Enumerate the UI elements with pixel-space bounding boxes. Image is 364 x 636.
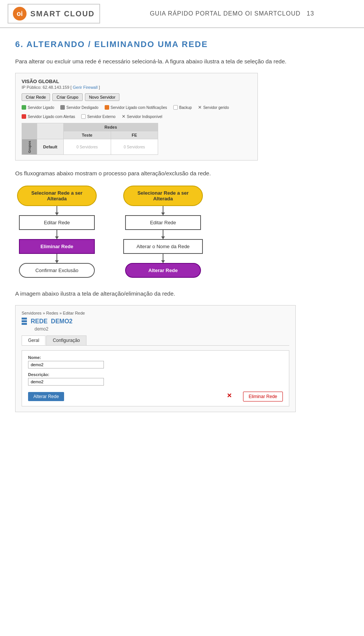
novo-servidor-button[interactable]: Novo Servidor — [85, 93, 120, 101]
flow-arrow-3 — [56, 254, 57, 263]
rede-icon — [22, 318, 27, 325]
grupos-label — [22, 123, 37, 139]
flow-arrow-2 — [56, 230, 57, 239]
legend: Servidor Ligado Servidor Desligado Servi… — [22, 105, 251, 110]
gerir-firewall-link[interactable]: Gerir Firewall — [73, 85, 97, 90]
flow-arrow-1 — [56, 206, 57, 215]
form-group-nome: Nome: — [28, 355, 283, 368]
logo-icon: oi — [13, 7, 27, 20]
descricao-label: Descrição: — [28, 372, 283, 377]
legend-servidor-desligado: Servidor Desligado — [60, 105, 99, 110]
bottom-intro-text: A imagem abaixo ilustra a tela de altera… — [15, 289, 349, 298]
default-label: Default — [37, 139, 64, 155]
flow-node-editar-1: Editar Rede — [19, 215, 95, 230]
legend-servidor-externo: Servidor Externo — [81, 114, 115, 119]
teste-servers: 0 Servidores — [64, 139, 111, 155]
flow-node-alterar-rede: Alterar Rede — [125, 263, 201, 278]
flowchart-eliminar: Selecionar Rede a ser Alterada Editar Re… — [15, 186, 99, 278]
flow-node-eliminar: Eliminar Rede — [19, 239, 95, 254]
tabs-row: Geral Configuração — [22, 335, 289, 346]
criar-grupo-button[interactable]: Criar Grupo — [52, 93, 82, 101]
flow-node-selecionar-2: Selecionar Rede a ser Alterada — [123, 186, 203, 206]
visao-global-subtitle: IP Público: 62.48.143.159 [ Gerir Firewa… — [22, 85, 251, 90]
legend-servidor-indisponivel: ✕ Servidor Indisponível — [122, 114, 162, 119]
form-geral: Nome: Descrição: Alterar Rede ✕ Eliminar… — [22, 350, 289, 406]
breadcrumb: Servidores » Redes » Editar Rede — [22, 311, 289, 315]
legend-servidor-notificacoes: Servidor Ligado com Notificações — [105, 105, 167, 110]
rede-icon-bar-2 — [22, 320, 27, 322]
legend-white-dot-backup — [173, 105, 178, 110]
form-buttons: Alterar Rede ✕ Eliminar Rede — [28, 389, 283, 401]
grupos-col: Grupos — [22, 139, 37, 155]
legend-gray-dot — [60, 105, 65, 110]
descricao-input[interactable] — [28, 378, 104, 386]
legend-green-dot — [22, 105, 26, 110]
brand-name: SMART CLOUD — [30, 9, 95, 18]
alterar-rede-button[interactable]: Alterar Rede — [28, 392, 64, 401]
header-title: GUIA RÁPIDO PORTAL DEMO OI SMARTCLOUD 13 — [108, 10, 356, 17]
criar-rede-button[interactable]: Criar Rede — [22, 93, 50, 101]
flow-node-confirmar: Confirmar Exclusão — [19, 263, 95, 278]
flow-node-alterar-nome: Alterar o Nome da Rede — [123, 239, 203, 254]
main-content: 6. ALTERANDO / ELIMINANDO UMA REDE Para … — [0, 28, 364, 423]
eliminar-rede-button[interactable]: Eliminar Rede — [243, 392, 283, 401]
redes-table: Redes Teste FE Grupos Default 0 Servidor… — [22, 123, 158, 155]
table-row: Grupos Default 0 Servidores 0 Servidores — [22, 139, 158, 155]
flow-node-editar-2: Editar Rede — [125, 215, 201, 230]
flow-arrow-5 — [163, 230, 163, 239]
legend-star-indisponivel: ✕ — [122, 114, 126, 119]
legend-star-gerido: ✕ — [198, 105, 202, 110]
intro-text: Para alterar ou excluir uma rede é neces… — [15, 57, 349, 66]
visao-global-screenshot: VISÃO GLOBAL IP Público: 62.48.143.159 [… — [15, 73, 258, 161]
flowcharts-container: Selecionar Rede a ser Alterada Editar Re… — [15, 186, 349, 278]
legend-backup: Backup — [173, 105, 192, 110]
form-group-descricao: Descrição: — [28, 372, 283, 386]
legend-white-dot-externo — [81, 114, 86, 119]
flow-node-selecionar-1: Selecionar Rede a ser Alterada — [17, 186, 97, 206]
page-header: oi SMART CLOUD GUIA RÁPIDO PORTAL DEMO O… — [0, 0, 364, 28]
visao-global-buttons: Criar Rede Criar Grupo Novo Servidor — [22, 93, 251, 101]
nome-input[interactable] — [28, 361, 104, 368]
flow-arrow-4 — [163, 206, 163, 215]
rede-subtitle: demo2 — [35, 326, 289, 332]
rede-title: REDE DEMO2 — [31, 318, 72, 325]
fe-servers: 0 Servidores — [111, 139, 158, 155]
rede-icon-bar-3 — [22, 323, 27, 325]
flowchart-alterar: Selecionar Rede a ser Alterada Editar Re… — [121, 186, 205, 278]
fe-col-header: FE — [111, 131, 158, 139]
rede-title-row: REDE DEMO2 — [22, 318, 289, 325]
logo-box: oi SMART CLOUD — [8, 4, 100, 24]
nome-label: Nome: — [28, 355, 283, 360]
teste-col-header: Teste — [64, 131, 111, 139]
legend-red-dot — [22, 114, 26, 119]
legend-servidor-gerido: ✕ Servidor gerido — [198, 105, 229, 110]
tab-geral[interactable]: Geral — [22, 335, 46, 345]
flow-arrow-6 — [163, 254, 163, 263]
legend-servidor-ligado: Servidor Ligado — [22, 105, 54, 110]
rede-icon-bar-1 — [22, 318, 27, 320]
eliminar-icon: ✕ — [227, 392, 232, 399]
legend-row2: Servidor Ligado com Alertas Servidor Ext… — [22, 114, 251, 119]
legend-orange-dot — [105, 105, 109, 110]
visao-global-title: VISÃO GLOBAL — [22, 79, 251, 84]
redes-header: Redes — [64, 123, 158, 131]
section-heading: 6. ALTERANDO / ELIMINANDO UMA REDE — [15, 39, 349, 49]
editar-rede-screenshot: Servidores » Redes » Editar Rede REDE DE… — [15, 305, 296, 412]
empty-cell — [37, 123, 64, 139]
flowchart-intro-text: Os fluxogramas abaixo mostram o processo… — [15, 169, 349, 178]
rede-name: DEMO2 — [51, 318, 72, 324]
tab-configuracao[interactable]: Configuração — [46, 335, 86, 345]
legend-servidor-alertas: Servidor Ligado com Alertas — [22, 114, 75, 119]
